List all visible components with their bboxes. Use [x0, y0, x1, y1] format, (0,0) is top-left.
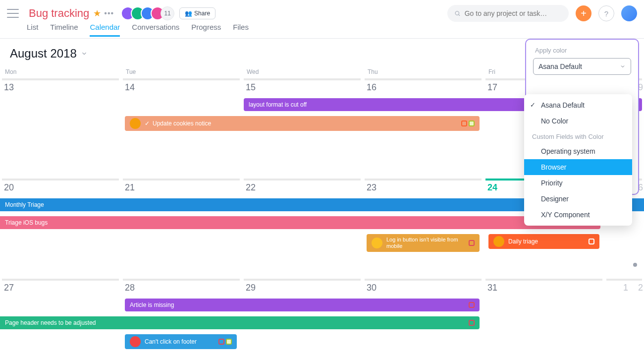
hint-dot: [633, 263, 637, 267]
day-cell[interactable]: 1 2: [606, 279, 644, 295]
day-cell[interactable]: 30: [365, 279, 485, 295]
svg-line-1: [459, 14, 460, 15]
day-cell[interactable]: 16: [365, 78, 485, 95]
check-icon: ✓: [530, 101, 536, 109]
task-bar[interactable]: Can't click on footer: [125, 334, 237, 349]
color-chip: [469, 302, 475, 308]
month-title[interactable]: August 2018: [10, 47, 77, 60]
add-button[interactable]: +: [576, 5, 591, 21]
option-priority[interactable]: Priority: [524, 175, 632, 191]
task-title: Update cookies notice: [153, 120, 211, 127]
task-title: Monthly Triage: [5, 201, 44, 208]
color-chip: [218, 339, 224, 345]
option-label: Designer: [541, 195, 569, 203]
color-select[interactable]: Asana Default: [533, 58, 631, 75]
day-cell[interactable]: 28: [123, 279, 244, 295]
project-tabs: List Timeline Calendar Conversations Pro…: [0, 23, 644, 39]
project-title[interactable]: Bug tracking: [29, 7, 89, 20]
color-chip: [469, 320, 475, 326]
option-asana-default[interactable]: ✓ Asana Default: [524, 97, 632, 113]
color-chip: [226, 339, 232, 345]
day-cell[interactable]: 27: [2, 279, 123, 295]
day-header: Wed: [244, 66, 365, 77]
option-designer[interactable]: Designer: [524, 191, 632, 207]
top-bar: Bug tracking ★ ••• 11 👥 Share + ?: [0, 0, 644, 23]
task-bar[interactable]: Daily triage: [488, 234, 599, 249]
task-bar[interactable]: ✓ Update cookies notice: [125, 116, 480, 131]
color-chip: [469, 120, 475, 126]
day-header: Tue: [123, 66, 244, 77]
option-label: Operating system: [541, 147, 595, 155]
day-cell[interactable]: 29: [244, 279, 365, 295]
day-cell[interactable]: 23: [365, 179, 485, 195]
menu-toggle-icon[interactable]: [7, 9, 19, 18]
apply-color-label: Apply color: [526, 47, 638, 58]
day-cell[interactable]: 15: [244, 78, 365, 95]
search-input[interactable]: [465, 9, 562, 17]
assignee-avatar: [493, 236, 504, 247]
option-browser[interactable]: Browser: [524, 159, 632, 175]
star-icon[interactable]: ★: [93, 8, 101, 19]
assignee-avatar: [372, 238, 382, 248]
tab-conversations[interactable]: Conversations: [132, 23, 179, 35]
chevron-down-icon: [620, 63, 626, 69]
profile-avatar[interactable]: [621, 5, 637, 21]
svg-point-0: [455, 11, 459, 15]
assignee-avatar: [130, 118, 141, 129]
task-bar[interactable]: Triage iOS bugs: [0, 216, 600, 229]
day-cell[interactable]: 14: [123, 78, 244, 95]
option-label: No Color: [541, 117, 568, 125]
member-count[interactable]: 11: [161, 6, 174, 20]
option-label: Priority: [541, 179, 563, 187]
task-bar[interactable]: Page header needs to be adjusted: [0, 316, 480, 329]
color-chip: [469, 240, 475, 246]
color-options-dropdown: ✓ Asana Default No Color Custom Fields w…: [524, 94, 632, 226]
help-button[interactable]: ?: [598, 5, 614, 21]
chevron-down-icon[interactable]: [81, 50, 88, 57]
member-avatars[interactable]: 11: [121, 6, 174, 20]
task-title: Daily triage: [508, 238, 538, 245]
day-header: Mon: [2, 66, 123, 77]
option-operating-system[interactable]: Operating system: [524, 143, 632, 159]
day-cell[interactable]: 20: [2, 179, 123, 195]
search-icon: [454, 10, 461, 17]
task-bar[interactable]: Log in button isn't visible from mobile: [367, 234, 480, 252]
more-actions-icon[interactable]: •••: [104, 9, 114, 18]
people-icon: 👥: [185, 10, 192, 17]
search-box[interactable]: [447, 5, 569, 22]
calendar-week: 27 28 29 30 31 1 2 Article is missing Pa…: [0, 279, 644, 361]
task-title: Page header needs to be adjusted: [5, 319, 96, 326]
assignee-avatar: [130, 336, 141, 347]
tab-progress[interactable]: Progress: [191, 23, 221, 35]
option-no-color[interactable]: No Color: [524, 113, 632, 129]
day-cell[interactable]: 31: [485, 279, 606, 295]
option-xy-component[interactable]: X/Y Component: [524, 207, 632, 223]
day-cell[interactable]: 22: [244, 179, 365, 195]
task-title: Triage iOS bugs: [5, 219, 48, 226]
share-button[interactable]: 👥 Share: [179, 7, 215, 19]
tab-timeline[interactable]: Timeline: [50, 23, 78, 35]
check-icon: ✓: [145, 120, 150, 127]
option-label: Asana Default: [541, 101, 585, 109]
share-label: Share: [194, 10, 210, 17]
tab-list[interactable]: List: [27, 23, 38, 35]
task-title: Log in button isn't visible from mobile: [386, 237, 469, 249]
color-chip: [461, 120, 467, 126]
color-chip: [589, 239, 594, 244]
option-label: Browser: [541, 163, 566, 171]
task-title: Article is missing: [130, 301, 174, 308]
color-select-value: Asana Default: [538, 62, 582, 70]
task-title: Can't click on footer: [145, 338, 197, 345]
task-title: layout format is cut off: [249, 101, 307, 108]
task-bar[interactable]: Article is missing: [125, 299, 480, 311]
day-cell[interactable]: 13: [2, 78, 123, 95]
day-header: Thu: [365, 66, 485, 77]
option-label: X/Y Component: [541, 211, 590, 219]
option-group-heading: Custom Fields with Color: [524, 129, 632, 143]
tab-files[interactable]: Files: [233, 23, 249, 35]
day-cell[interactable]: 21: [123, 179, 244, 195]
tab-calendar[interactable]: Calendar: [90, 23, 120, 37]
